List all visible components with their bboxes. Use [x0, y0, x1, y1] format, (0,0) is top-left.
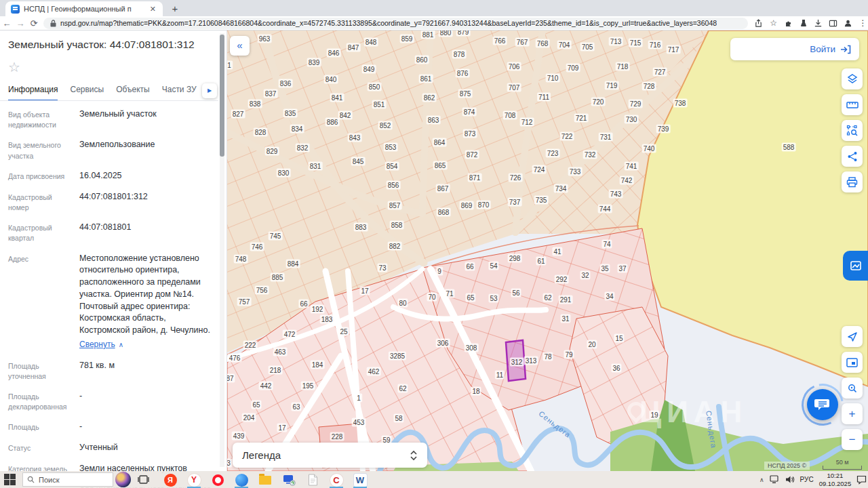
- network-icon[interactable]: [770, 475, 780, 484]
- parcel-label-439[interactable]: 439: [232, 432, 246, 441]
- parcel-label-828[interactable]: 828: [254, 128, 268, 137]
- parcel-label-880[interactable]: 880: [439, 30, 453, 37]
- parcel-label-34[interactable]: 34: [604, 292, 614, 301]
- parcel-label-873[interactable]: 873: [463, 129, 477, 138]
- taskbar-search[interactable]: Поиск: [22, 472, 113, 487]
- parcel-label-728[interactable]: 728: [642, 82, 656, 91]
- parcel-label-291[interactable]: 291: [559, 296, 573, 304]
- parcel-label-707[interactable]: 707: [507, 83, 521, 92]
- layers-button[interactable]: [842, 68, 863, 89]
- split-screen-icon[interactable]: [828, 18, 838, 28]
- parcel-label-885[interactable]: 885: [271, 273, 285, 282]
- reload-icon[interactable]: ⟳: [27, 18, 41, 28]
- parcel-label-717[interactable]: 717: [667, 45, 681, 54]
- parcel-label-66[interactable]: 66: [465, 262, 475, 271]
- parcel-label-80[interactable]: 80: [397, 299, 408, 308]
- minimap-button[interactable]: [842, 352, 863, 373]
- parcel-label-3285[interactable]: 3285: [389, 352, 406, 361]
- parcel-label-835[interactable]: 835: [283, 109, 298, 118]
- parcel-label-827[interactable]: 827: [231, 110, 245, 119]
- notification-icon[interactable]: [856, 475, 867, 485]
- parcel-label-847[interactable]: 847: [347, 43, 361, 52]
- parcel-label-3[interactable]: 3: [227, 459, 232, 468]
- parcel-label-713[interactable]: 713: [609, 37, 623, 46]
- quick-panel-tab[interactable]: [843, 251, 868, 281]
- parcel-label-864[interactable]: 864: [433, 138, 447, 147]
- parcel-label-472[interactable]: 472: [283, 330, 297, 339]
- parcel-label-17[interactable]: 17: [277, 424, 287, 432]
- file-explorer-icon[interactable]: [258, 472, 273, 487]
- start-button[interactable]: [4, 474, 16, 485]
- parcel-label-859[interactable]: 859: [400, 35, 414, 43]
- consultant-icon[interactable]: C: [329, 472, 344, 487]
- parcel-label-25[interactable]: 25: [338, 327, 349, 336]
- parcel-label-741[interactable]: 741: [625, 162, 639, 171]
- parcel-label-756[interactable]: 756: [255, 286, 269, 295]
- parcel-label-35[interactable]: 35: [599, 264, 610, 273]
- parcel-label-740[interactable]: 740: [642, 144, 656, 153]
- parcel-label-886[interactable]: 886: [326, 118, 340, 127]
- parcel-label-884[interactable]: 884: [286, 260, 300, 268]
- yandex-browser-icon[interactable]: Y: [186, 472, 201, 487]
- parcel-label-54[interactable]: 54: [488, 262, 498, 270]
- parcel-label-19[interactable]: 19: [649, 411, 659, 420]
- parcel-label-839[interactable]: 839: [307, 58, 321, 67]
- collapse-panel-button[interactable]: «: [230, 36, 250, 56]
- parcel-label-56[interactable]: 56: [511, 289, 521, 298]
- map-canvas[interactable]: ЦИАН Сеньдега Сеньдега 96384684784885988…: [227, 30, 868, 471]
- parcel-label-856[interactable]: 856: [387, 181, 401, 190]
- measure-button[interactable]: [842, 94, 863, 115]
- parcel-label-31[interactable]: 31: [560, 314, 570, 323]
- parcel-label-9[interactable]: 9: [436, 267, 443, 276]
- new-tab-button[interactable]: +: [168, 2, 182, 16]
- parcel-label-742[interactable]: 742: [620, 176, 634, 185]
- parcel-label-767[interactable]: 767: [515, 38, 530, 47]
- parcel-label-218[interactable]: 218: [269, 366, 283, 375]
- parcel-label-860[interactable]: 860: [415, 56, 429, 64]
- parcel-label-61[interactable]: 61: [536, 257, 546, 266]
- back-icon[interactable]: ←: [0, 18, 14, 28]
- word-icon[interactable]: W: [353, 472, 368, 487]
- remote-pc-icon[interactable]: [281, 472, 296, 487]
- parcel-label-74[interactable]: 74: [601, 240, 612, 249]
- parcel-label-709[interactable]: 709: [566, 64, 580, 73]
- parcel-label-192[interactable]: 192: [311, 305, 325, 314]
- parcel-label-228[interactable]: 228: [330, 432, 344, 441]
- parcel-label-870[interactable]: 870: [477, 201, 491, 209]
- parcel-label-858[interactable]: 858: [390, 221, 404, 230]
- taskbar-clock[interactable]: 10:21 09.10.2025: [819, 472, 852, 487]
- parcel-label-735[interactable]: 735: [534, 196, 549, 205]
- parcel-label-734[interactable]: 734: [554, 184, 568, 193]
- parcel-label-462[interactable]: 462: [367, 367, 381, 376]
- parcel-label-836[interactable]: 836: [279, 79, 293, 88]
- parcel-label-837[interactable]: 837: [264, 89, 278, 98]
- parcel-label-869[interactable]: 869: [460, 201, 474, 210]
- panel-scrollbar-thumb[interactable]: [220, 35, 224, 157]
- parcel-label-850[interactable]: 850: [368, 83, 382, 92]
- parcel-label-843[interactable]: 843: [348, 134, 362, 142]
- parcel-label-857[interactable]: 857: [388, 201, 402, 210]
- parcel-label-851[interactable]: 851: [372, 100, 387, 109]
- zoom-out-button[interactable]: −: [842, 429, 863, 450]
- parcel-label-32[interactable]: 32: [580, 271, 590, 280]
- parcel-label-845[interactable]: 845: [351, 157, 366, 166]
- parcel-label-442[interactable]: 442: [259, 382, 273, 390]
- parcel-label-743[interactable]: 743: [609, 190, 623, 199]
- parcel-label-883[interactable]: 883: [354, 223, 368, 232]
- panel-tab-3[interactable]: Объекты: [116, 85, 150, 101]
- parcel-label-453[interactable]: 453: [352, 418, 366, 427]
- parcel-label-78[interactable]: 78: [542, 352, 553, 361]
- parcel-label-830[interactable]: 830: [277, 169, 291, 178]
- share-icon[interactable]: [753, 18, 764, 28]
- language-indicator[interactable]: РУС: [800, 476, 814, 483]
- tab-close-icon[interactable]: ✕: [149, 5, 157, 14]
- parcel-label-881[interactable]: 881: [421, 30, 435, 39]
- area-search-button[interactable]: [842, 120, 863, 141]
- parcel-label-62[interactable]: 62: [397, 384, 408, 393]
- parcel-label-744[interactable]: 744: [598, 205, 612, 214]
- parcel-label-841[interactable]: 841: [330, 94, 344, 102]
- parcel-label-963[interactable]: 963: [258, 35, 272, 43]
- parcel-label-66[interactable]: 66: [298, 300, 309, 308]
- parcel-label-829[interactable]: 829: [265, 147, 279, 156]
- parcel-label-872[interactable]: 872: [465, 150, 479, 159]
